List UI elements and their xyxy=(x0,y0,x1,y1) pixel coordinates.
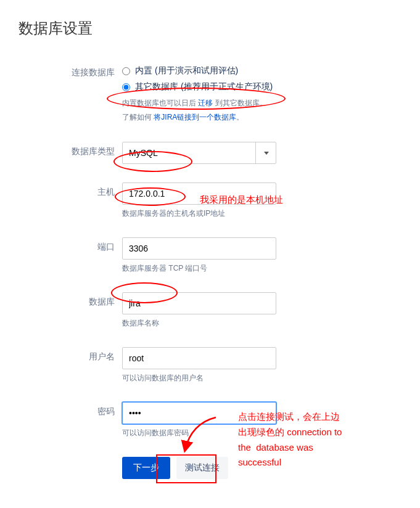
row-database: 数据库 数据库名称 xyxy=(19,292,401,329)
page-title: 数据库设置 xyxy=(19,18,401,38)
input-database[interactable] xyxy=(122,292,276,314)
radio-other-row[interactable]: 其它数据库 (推荐用于正式生产环境) xyxy=(122,79,401,95)
label-dbtype: 数据库类型 xyxy=(19,142,122,157)
help1-suffix: 到其它数据库。 xyxy=(213,99,266,107)
radio-other-label: 其它数据库 (推荐用于正式生产环境) xyxy=(135,81,273,92)
row-host: 主机 数据库服务器的主机名或IP地址 xyxy=(19,182,401,219)
label-host: 主机 xyxy=(19,182,122,198)
label-database: 数据库 xyxy=(19,292,122,308)
input-password[interactable] xyxy=(122,402,276,424)
radio-builtin-row[interactable]: 内置 (用于演示和试用评估) xyxy=(122,63,401,79)
radio-other[interactable] xyxy=(122,83,130,91)
select-dbtype[interactable] xyxy=(122,142,276,164)
test-connection-button[interactable]: 测试连接 xyxy=(176,457,228,479)
label-port: 端口 xyxy=(19,237,122,253)
desc-database: 数据库名称 xyxy=(122,318,401,329)
radio-builtin-label: 内置 (用于演示和试用评估) xyxy=(135,65,238,76)
label-connect: 连接数据库 xyxy=(19,63,122,78)
input-username[interactable] xyxy=(122,347,276,369)
row-password: 密码 可以访问数据库密码 xyxy=(19,402,401,438)
input-host[interactable] xyxy=(122,182,276,205)
help1-prefix: 内置数据库也可以日后 xyxy=(122,99,198,107)
desc-username: 可以访问数据库的用户名 xyxy=(122,373,401,383)
row-dbtype: 数据库类型 xyxy=(19,142,401,164)
help-text-1: 内置数据库也可以日后 迁移 到其它数据库。 xyxy=(122,97,401,109)
help-text-2: 了解如何 将JIRA链接到一个数据库。 xyxy=(122,112,401,123)
input-port[interactable] xyxy=(122,237,276,260)
row-username: 用户名 可以访问数据库的用户名 xyxy=(19,347,401,383)
label-username: 用户名 xyxy=(19,347,122,363)
row-port: 端口 数据库服务器 TCP 端口号 xyxy=(19,237,401,274)
select-dbtype-input[interactable] xyxy=(122,142,276,164)
row-connect: 连接数据库 内置 (用于演示和试用评估) 其它数据库 (推荐用于正式生产环境) … xyxy=(19,63,401,123)
button-row: 下一步 测试连接 xyxy=(122,457,401,479)
link-jira-db[interactable]: 将JIRA链接到一个数据库 xyxy=(154,113,236,121)
help2-prefix: 了解如何 xyxy=(122,113,154,121)
desc-password: 可以访问数据库密码 xyxy=(122,428,401,438)
desc-port: 数据库服务器 TCP 端口号 xyxy=(122,263,401,274)
help2-suffix: 。 xyxy=(236,113,244,121)
next-button[interactable]: 下一步 xyxy=(122,457,170,479)
link-migrate[interactable]: 迁移 xyxy=(198,99,213,107)
label-password: 密码 xyxy=(19,402,122,417)
desc-host: 数据库服务器的主机名或IP地址 xyxy=(122,208,401,219)
radio-builtin[interactable] xyxy=(122,67,130,75)
